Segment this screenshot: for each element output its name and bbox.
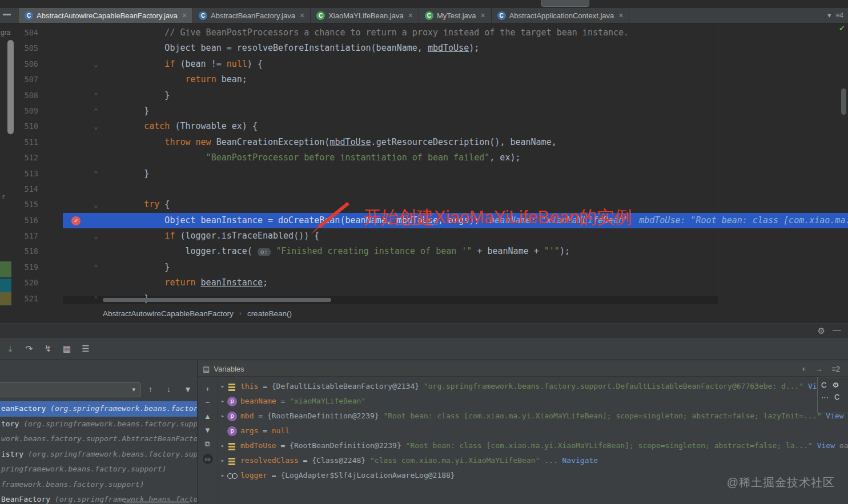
code-line[interactable]: 508⌃} xyxy=(0,88,848,103)
code-line[interactable]: 520return beanInstance; xyxy=(0,275,848,291)
gutter[interactable]: ✓ xyxy=(38,213,103,228)
combo-arrow-icon[interactable]: ▾ xyxy=(132,386,135,393)
inspection-status-icon[interactable]: ✔ xyxy=(839,24,845,33)
frames-horizontal-scrollbar[interactable] xyxy=(124,501,190,503)
gutter[interactable]: ⌃ xyxy=(38,88,103,103)
frame-filter-icon[interactable]: ▼ xyxy=(184,385,192,394)
code-line[interactable]: 519⌃} xyxy=(0,260,848,275)
frame-row[interactable]: eanFactory (org.springframework.beans.fa… xyxy=(0,401,197,417)
fold-close-icon[interactable]: ⌃ xyxy=(91,260,101,275)
thread-selector[interactable]: ▾ xyxy=(0,382,140,397)
code-line[interactable]: 509⌃} xyxy=(0,103,848,119)
gutter[interactable] xyxy=(38,25,103,41)
code-line[interactable]: 513⌃} xyxy=(0,166,848,182)
header-layout-icon[interactable]: ≡2 xyxy=(831,365,840,373)
fold-close-icon[interactable]: ⌃ xyxy=(91,88,101,103)
editor-vertical-scrollbar[interactable] xyxy=(841,88,846,115)
gutter[interactable] xyxy=(38,182,103,197)
gutter[interactable]: ⌃ xyxy=(38,260,103,275)
frame-row[interactable]: pringframework.beans.factory.support) xyxy=(0,462,197,477)
expand-arrow-icon[interactable]: ▸ xyxy=(218,394,227,409)
close-tab-icon[interactable]: × xyxy=(481,11,485,20)
gutter[interactable]: ⌃ xyxy=(38,166,103,182)
watch-toggle-icon[interactable]: oo xyxy=(203,454,213,464)
code-line[interactable]: 512"BeanPostProcessor before instantiati… xyxy=(0,150,848,166)
fold-open-icon[interactable]: ⌄ xyxy=(91,119,101,134)
force-step-into-icon[interactable]: ↯ xyxy=(42,344,54,354)
console-tab-fragment[interactable]: C xyxy=(834,393,839,401)
gutter[interactable] xyxy=(38,135,103,150)
hide-tabs-icon[interactable] xyxy=(0,8,19,23)
force-step-over-icon[interactable]: ↷ xyxy=(23,344,35,354)
code-line[interactable]: 516✓Object beanInstance = doCreateBean(b… xyxy=(0,213,848,228)
gutter[interactable]: ⌃ xyxy=(38,103,103,119)
code-line[interactable]: 507return bean; xyxy=(0,72,848,87)
frame-up-icon[interactable]: ↑ xyxy=(148,385,152,394)
debug-minimize-icon[interactable]: — xyxy=(833,325,841,334)
expand-arrow-icon[interactable]: ▸ xyxy=(218,438,227,453)
overlay-more-icon[interactable]: ··· xyxy=(821,393,829,401)
breadcrumb-class[interactable]: AbstractAutowireCapableBeanFactory xyxy=(103,309,234,318)
expand-arrow-icon[interactable]: ▸ xyxy=(218,453,227,468)
variable-row[interactable]: pargs = null xyxy=(218,424,848,438)
variable-row[interactable]: ▸pmbd = {RootBeanDefinition@2239} "Root … xyxy=(218,409,848,424)
code-line[interactable]: 504// Give BeanPostProcessors a chance t… xyxy=(0,25,848,41)
frame-row[interactable]: tory (org.springframework.beans.factory.… xyxy=(0,417,197,432)
view-breakpoints-icon[interactable]: ▦ xyxy=(61,344,73,354)
editor-horizontal-scrollbar[interactable] xyxy=(103,298,331,302)
code-line[interactable]: 505Object bean = resolveBeforeInstantiat… xyxy=(0,41,848,56)
frame-down-icon[interactable]: ↓ xyxy=(167,385,171,394)
debug-settings-gear-icon[interactable]: ⚙ xyxy=(818,326,825,336)
editor-tab[interactable]: CAbstractBeanFactory.java× xyxy=(193,8,311,23)
gutter[interactable] xyxy=(38,150,103,166)
gutter[interactable] xyxy=(38,72,103,87)
code-line[interactable]: 514 xyxy=(0,182,848,197)
variable-row[interactable]: ▸resolvedClass = {Class@2248} "class com… xyxy=(218,453,848,468)
editor-tab[interactable]: CXiaoMaYLifeBean.java× xyxy=(311,8,419,23)
fold-open-icon[interactable]: ⌄ xyxy=(91,57,101,72)
gutter[interactable]: ⌄ xyxy=(38,228,103,244)
fold-open-icon[interactable]: ⌄ xyxy=(91,228,101,244)
gutter[interactable]: ⌄ xyxy=(38,119,103,134)
header-jump-icon[interactable]: → xyxy=(815,365,822,373)
breadcrumb-method[interactable]: createBean() xyxy=(247,309,292,318)
code-line[interactable]: 515⌄try { xyxy=(0,197,848,212)
expand-arrow-icon[interactable]: ▸ xyxy=(218,379,227,394)
fold-close-icon[interactable]: ⌃ xyxy=(91,166,101,182)
gutter[interactable]: ⌄ xyxy=(38,197,103,212)
close-tab-icon[interactable]: × xyxy=(300,11,304,20)
code-line[interactable]: 506⌄if (bean != null) { xyxy=(0,57,848,72)
gutter[interactable] xyxy=(38,244,103,259)
gutter[interactable]: ⌄ xyxy=(38,57,103,72)
tabs-dropdown-icon[interactable]: ▾ xyxy=(827,11,831,19)
frame-row[interactable]: istry (org.springframework.beans.factory… xyxy=(0,447,197,462)
add-watch-icon[interactable]: + xyxy=(206,385,210,393)
header-add-icon[interactable]: + xyxy=(802,365,806,373)
variable-row[interactable]: ▸pbeanName = "xiaoMaYLifeBean" xyxy=(218,394,848,409)
expand-arrow-icon[interactable]: ▸ xyxy=(218,468,227,483)
move-down-icon[interactable]: ▼ xyxy=(204,426,211,434)
fold-open-icon[interactable]: ⌄ xyxy=(91,197,101,212)
fold-close-icon[interactable]: ⌃ xyxy=(91,103,101,119)
close-tab-icon[interactable]: × xyxy=(618,11,623,20)
value-link[interactable]: View xyxy=(813,438,835,453)
tool-window-scrollbar[interactable] xyxy=(7,40,14,134)
code-line[interactable]: 517⌄if (logger.isTraceEnabled()) { xyxy=(0,228,848,244)
code-line[interactable]: 511throw new BeanCreationException(mbdTo… xyxy=(0,135,848,150)
variable-row[interactable]: ▸mbdToUse = {RootBeanDefinition@2239} "R… xyxy=(218,438,848,453)
overlay-gear-icon[interactable]: ⚙ xyxy=(832,381,839,389)
move-up-icon[interactable]: ▲ xyxy=(204,412,211,421)
editor-tab[interactable]: CMyTest.java× xyxy=(419,8,492,23)
breakpoint-icon[interactable]: ✓ xyxy=(71,216,81,225)
settings-lines-icon[interactable]: ☰ xyxy=(80,344,91,354)
gutter[interactable] xyxy=(38,41,103,56)
console-tab-fragment[interactable]: C xyxy=(821,381,826,389)
code-line[interactable]: 518logger.trace( o: "Finished creating i… xyxy=(0,244,848,259)
editor-tab[interactable]: CAbstractAutowireCapableBeanFactory.java… xyxy=(19,8,193,23)
duplicate-icon[interactable]: ⧉ xyxy=(205,440,210,449)
close-tab-icon[interactable]: × xyxy=(408,11,413,20)
editor-tab[interactable]: CAbstractApplicationContext.java× xyxy=(492,8,630,23)
close-tab-icon[interactable]: × xyxy=(182,11,187,20)
tabs-menu-icon[interactable]: ≡4 xyxy=(835,11,843,19)
remove-watch-icon[interactable]: − xyxy=(206,398,210,407)
